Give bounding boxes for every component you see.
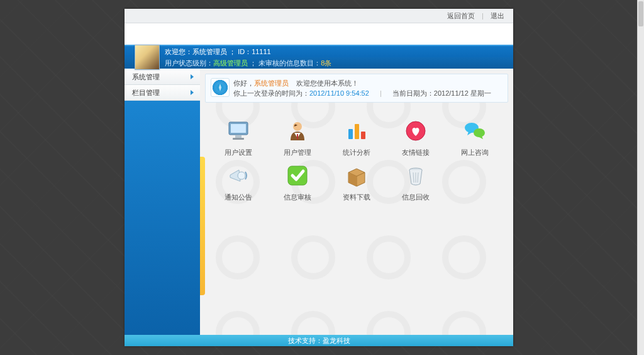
box-icon: [345, 164, 369, 188]
svg-point-5: [293, 122, 302, 131]
pending-count: 8条: [321, 59, 331, 67]
tile-friend-link[interactable]: 友情链接: [387, 119, 444, 157]
welcome-system-text: 欢迎您使用本系统！: [296, 79, 358, 87]
chat-bubbles-icon: [463, 119, 487, 143]
system-logo-icon: [211, 78, 230, 97]
home-link[interactable]: 返回首页: [447, 12, 475, 20]
header-bands: 欢迎您：系统管理员 ； ID：11111 用户状态级别：高级管理员 ； 未审核的…: [125, 45, 513, 69]
sidebar-item-label: 栏目管理: [132, 88, 160, 98]
footer-bar: 技术支持：盈龙科技: [125, 335, 513, 346]
svg-point-13: [238, 172, 245, 179]
id-value: 11111: [252, 48, 271, 55]
status-level: 高级管理员: [213, 59, 248, 67]
svg-rect-9: [361, 132, 365, 139]
status-band: 用户状态级别：高级管理员 ； 未审核的信息数目：8条: [125, 57, 513, 69]
welcome-band: 欢迎您：系统管理员 ； ID：11111: [125, 46, 513, 57]
tech-company: 盈龙科技: [323, 337, 350, 344]
separator: |: [482, 12, 484, 20]
tile-stats[interactable]: 统计分析: [328, 119, 385, 157]
welcome-prefix: 欢迎您：: [165, 48, 192, 55]
info-box: 你好，系统管理员 欢迎您使用本系统！ 你上一次登录的时间为：2012/11/10…: [205, 74, 508, 103]
avatar: [135, 45, 160, 70]
monitor-icon: [226, 119, 250, 143]
tile-label: 友情链接: [402, 148, 430, 157]
divider: |: [380, 89, 382, 97]
scrollbar-thumb[interactable]: [638, 1, 643, 26]
tile-label: 信息回收: [402, 193, 430, 202]
tech-label: 技术支持：: [288, 337, 323, 344]
tile-label: 资料下载: [343, 193, 370, 202]
admin-window: 返回首页 | 退出 欢迎您：系统管理员 ； ID：11111 用户状态级别：高级…: [125, 9, 513, 346]
tile-grid: 用户设置 用户管理 统计分析: [205, 103, 508, 208]
chevron-right-icon: [191, 90, 194, 95]
svg-rect-6: [297, 134, 298, 139]
tile-download[interactable]: 资料下载: [328, 164, 385, 202]
tile-label: 统计分析: [343, 148, 370, 157]
hello-role: 系统管理员: [254, 79, 289, 87]
main-panel: 你好，系统管理员 欢迎您使用本系统！ 你上一次登录的时间为：2012/11/10…: [200, 69, 513, 335]
status-prefix: 用户状态级别：: [165, 59, 213, 67]
logo-area: [125, 23, 513, 45]
trash-icon: [404, 164, 428, 188]
last-login-label: 你上一次登录的时间为：: [233, 89, 309, 97]
tile-online-consult[interactable]: 网上咨询: [447, 119, 503, 157]
svg-rect-8: [355, 124, 359, 139]
svg-rect-2: [231, 124, 246, 133]
welcome-sep: ；: [229, 48, 238, 55]
tile-label: 用户设置: [225, 148, 252, 157]
hello-text: 你好，: [233, 79, 254, 87]
pending-label: 未审核的信息数目：: [258, 59, 321, 67]
tile-label: 信息审核: [284, 193, 311, 202]
tile-audit[interactable]: 信息审核: [269, 164, 326, 202]
person-icon: [286, 119, 309, 143]
sidebar-item-system[interactable]: 系统管理: [125, 69, 200, 85]
sidebar-item-columns[interactable]: 栏目管理: [125, 85, 200, 101]
chevron-right-icon: [191, 74, 194, 79]
svg-rect-3: [235, 135, 242, 138]
svg-rect-4: [233, 138, 244, 140]
bar-chart-icon: [345, 119, 369, 143]
status-sep: ；: [250, 59, 258, 67]
tile-user-manage[interactable]: 用户管理: [269, 119, 326, 157]
tile-label: 用户管理: [284, 148, 311, 157]
page-scrollbar[interactable]: [637, 0, 644, 355]
today-label: 当前日期为：: [392, 89, 434, 97]
tile-label: 通知公告: [225, 193, 252, 202]
tile-label: 网上咨询: [461, 148, 489, 157]
sidebar-item-label: 系统管理: [132, 72, 160, 82]
today-value: 2012/11/12 星期一: [434, 89, 491, 97]
sidebar: 系统管理 栏目管理: [125, 69, 200, 335]
svg-rect-7: [348, 129, 353, 139]
logout-link[interactable]: 退出: [491, 12, 504, 20]
heart-icon: [404, 119, 428, 143]
top-bar: 返回首页 | 退出: [125, 9, 513, 23]
welcome-role: 系统管理员: [192, 48, 227, 55]
tile-recycle[interactable]: 信息回收: [387, 164, 444, 202]
last-login-time: 2012/11/10 9:54:52: [309, 89, 369, 97]
check-icon: [286, 164, 309, 188]
megaphone-icon: [226, 164, 250, 188]
tile-notice[interactable]: 通知公告: [210, 164, 267, 202]
id-label: ID：: [238, 48, 252, 55]
svg-point-12: [474, 128, 485, 137]
tile-user-settings[interactable]: 用户设置: [210, 119, 267, 157]
